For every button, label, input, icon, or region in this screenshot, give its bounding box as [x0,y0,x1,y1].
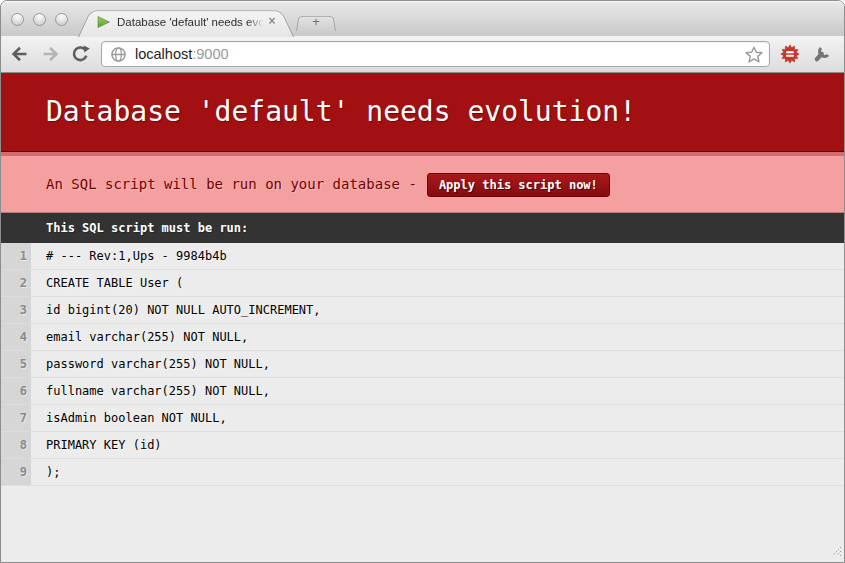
apply-script-button[interactable]: Apply this script now! [427,173,610,197]
page-content: Database 'default' needs evolution! An S… [1,73,844,562]
url-text: localhost:9000 [135,46,229,62]
browser-tab[interactable]: Database 'default' needs evol × [87,7,285,37]
wrench-menu-icon[interactable] [810,42,834,66]
script-line-row: 8 PRIMARY KEY (id) [1,432,844,459]
reload-button[interactable] [67,41,93,67]
line-number: 2 [1,270,31,296]
line-number: 6 [1,378,31,404]
script-line-row: 1 # --- Rev:1,Ups - 9984b4b [1,243,844,270]
line-number: 7 [1,405,31,431]
forward-button[interactable] [37,41,63,67]
script-line-row: 2 CREATE TABLE User ( [1,270,844,297]
new-tab-button[interactable]: + [301,14,331,31]
script-line-row: 5 password varchar(255) NOT NULL, [1,351,844,378]
window-close-button[interactable] [11,13,24,26]
line-number: 1 [1,243,31,269]
code-text: # --- Rev:1,Ups - 9984b4b [46,248,227,264]
detail-text: An SQL script will be run on your databa… [46,176,417,192]
script-line-row: 6 fullname varchar(255) NOT NULL, [1,378,844,405]
window-titlebar[interactable]: Database 'default' needs evol × + [1,1,844,36]
bookmark-star-icon[interactable] [744,45,764,69]
line-number: 8 [1,432,31,458]
play-favicon-icon [95,14,111,30]
window-zoom-button[interactable] [55,13,68,26]
extension-badge-icon[interactable] [778,42,802,66]
script-heading: This SQL script must be run: [1,213,844,243]
browser-toolbar: localhost:9000 [1,36,844,73]
toolbar-right-actions [778,42,844,66]
line-number: 3 [1,297,31,323]
reload-icon [70,44,90,64]
code-text: ); [46,464,60,480]
code-text: password varchar(255) NOT NULL, [46,356,270,372]
traffic-lights [11,13,68,26]
back-button[interactable] [7,41,33,67]
code-text: fullname varchar(255) NOT NULL, [46,383,270,399]
tab-title: Database 'default' needs evol [117,16,265,28]
line-number: 4 [1,324,31,350]
resize-grip[interactable] [830,541,842,560]
url-host: localhost [135,46,192,62]
tab-close-icon[interactable]: × [265,15,279,29]
plus-icon: + [301,14,331,30]
script-line-row: 7 isAdmin boolean NOT NULL, [1,405,844,432]
script-line-row: 9 ); [1,459,844,486]
code-text: isAdmin boolean NOT NULL, [46,410,227,426]
script-line-row: 3 id bigint(20) NOT NULL AUTO_INCREMENT, [1,297,844,324]
globe-icon [110,46,127,63]
code-text: id bigint(20) NOT NULL AUTO_INCREMENT, [46,302,321,318]
forward-arrow-icon [40,44,60,64]
code-text: CREATE TABLE User ( [46,275,183,291]
line-number: 9 [1,459,31,485]
script-rows: 1 # --- Rev:1,Ups - 9984b4b 2 CREATE TAB… [1,243,844,486]
line-number: 5 [1,351,31,377]
code-text: PRIMARY KEY (id) [46,437,162,453]
back-arrow-icon [10,44,30,64]
window-minimize-button[interactable] [33,13,46,26]
code-text: email varchar(255) NOT NULL, [46,329,248,345]
page-title: Database 'default' needs evolution! [1,73,844,152]
browser-window: Database 'default' needs evol × + [0,0,845,563]
url-port: :9000 [192,46,228,62]
script-line-row: 4 email varchar(255) NOT NULL, [1,324,844,351]
address-bar[interactable]: localhost:9000 [101,41,770,67]
detail-banner: An SQL script will be run on your databa… [1,152,844,213]
